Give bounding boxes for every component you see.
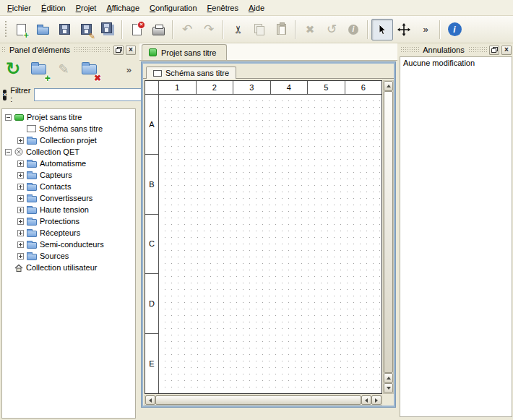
clear-filter-button[interactable]: ×	[3, 90, 7, 100]
tree-item-schema[interactable]: Schéma sans titre	[2, 123, 135, 134]
panel-overflow-button[interactable]: »	[126, 64, 135, 75]
undo-panel: Annulations × Aucune modification	[399, 43, 513, 420]
tab-project[interactable]: Projet sans titre	[142, 44, 227, 60]
paste-button[interactable]	[270, 19, 292, 40]
element-info-button[interactable]: i	[342, 19, 364, 40]
close-panel-button[interactable]: ×	[501, 46, 512, 55]
dock-grip[interactable]	[468, 46, 487, 53]
print-button[interactable]	[147, 19, 169, 40]
redo-icon: ↷	[204, 23, 214, 35]
new-project-button[interactable]: +	[10, 19, 32, 40]
expand-icon[interactable]	[17, 253, 24, 260]
delete-badge-icon: ✖	[94, 74, 101, 82]
scroll-up-button[interactable]	[384, 81, 393, 91]
menu-fenetres[interactable]: Fenêtres	[202, 1, 243, 14]
menu-edition[interactable]: Édition	[36, 1, 71, 14]
toolbar-grip[interactable]	[4, 20, 8, 38]
qet-collection-icon	[14, 147, 23, 156]
vertical-scrollbar-thumb[interactable]	[384, 91, 393, 373]
delete-element-button[interactable]: ✖	[78, 59, 100, 80]
undo-button[interactable]: ↶	[176, 19, 198, 40]
horizontal-scrollbar-thumb[interactable]	[155, 395, 361, 405]
arrow-up-icon	[387, 85, 391, 87]
edit-element-button[interactable]: ✎	[53, 59, 74, 80]
select-tool-button[interactable]	[371, 19, 393, 40]
save-all-button[interactable]	[97, 19, 118, 40]
about-button[interactable]: i	[444, 19, 465, 40]
home-icon	[14, 264, 23, 272]
tree-item-project[interactable]: Projet sans titre	[2, 111, 135, 123]
expand-icon[interactable]	[17, 137, 24, 144]
toolbar-separator	[121, 20, 123, 39]
pencil-icon: ✎	[58, 63, 69, 76]
scroll-left-button[interactable]	[145, 395, 155, 405]
tree-item-contacts[interactable]: Contacts	[2, 181, 135, 192]
save-button[interactable]	[53, 19, 75, 40]
undo-panel-titlebar[interactable]: Annulations ×	[399, 43, 513, 56]
scroll-up-button[interactable]	[384, 373, 393, 383]
diagram-canvas[interactable]: 1 2 3 4 5 6 A B C D E	[145, 80, 382, 394]
menu-aide[interactable]: Aide	[243, 1, 270, 14]
float-panel-button[interactable]	[489, 46, 499, 55]
delete-button[interactable]: ✖	[299, 19, 321, 40]
move-tool-button[interactable]	[393, 19, 415, 40]
dock-grip[interactable]	[400, 46, 419, 53]
tree-item-capteurs[interactable]: Capteurs	[2, 169, 135, 181]
expand-icon[interactable]	[17, 184, 24, 190]
cut-button[interactable]: ✂	[227, 19, 249, 40]
new-element-button[interactable]: +	[27, 59, 49, 80]
menu-fichier[interactable]: Fichier	[2, 1, 36, 14]
tree-item-sources[interactable]: Sources	[2, 250, 135, 262]
folder-icon	[27, 173, 37, 179]
menu-affichage[interactable]: Affichage	[101, 1, 145, 14]
expand-icon[interactable]	[17, 241, 24, 248]
redo-button[interactable]: ↷	[198, 19, 220, 40]
expand-icon[interactable]	[17, 207, 24, 213]
tree-item-collection-qet[interactable]: Collection QET	[2, 146, 135, 158]
close-file-button[interactable]: ×	[126, 19, 147, 40]
tree-item-collection-utilisateur[interactable]: Collection utilisateur	[2, 262, 135, 273]
rotate-button[interactable]: ↺	[321, 19, 342, 40]
dock-grip[interactable]	[74, 46, 111, 53]
arrow-left-icon	[149, 398, 152, 403]
tree-item-protections[interactable]: Protections	[2, 215, 135, 227]
tree-item-convertisseurs[interactable]: Convertisseurs	[2, 192, 135, 204]
collapse-icon[interactable]	[5, 149, 12, 155]
open-project-button[interactable]	[32, 19, 53, 40]
menu-projet[interactable]: Projet	[71, 1, 102, 14]
copy-button[interactable]	[249, 19, 270, 40]
expand-icon[interactable]	[17, 172, 24, 179]
expand-icon[interactable]	[17, 230, 24, 236]
close-panel-button[interactable]: ×	[126, 46, 136, 55]
scroll-down-button[interactable]	[384, 383, 393, 393]
save-all-icon	[101, 22, 112, 33]
ruler-column: 3	[233, 81, 271, 94]
tab-schema[interactable]: Schéma sans titre	[146, 67, 236, 79]
tree-item-collection-projet[interactable]: Collection projet	[2, 134, 135, 146]
expand-icon[interactable]	[17, 160, 24, 167]
collapse-icon[interactable]	[5, 114, 12, 121]
tree-item-recepteurs[interactable]: Récepteurs	[2, 227, 135, 239]
tree-item-semi-conducteurs[interactable]: Semi-conducteurs	[2, 239, 135, 250]
tree-item-automatisme[interactable]: Automatisme	[2, 158, 135, 169]
dot-grid-canvas[interactable]	[159, 95, 381, 393]
expand-icon[interactable]	[17, 218, 24, 225]
vertical-scrollbar[interactable]	[383, 80, 394, 394]
folder-icon	[27, 231, 37, 237]
dock-grip[interactable]	[1, 46, 6, 53]
menu-configuration[interactable]: Configuration	[145, 1, 202, 14]
undo-list-item[interactable]: Aucune modification	[401, 58, 511, 68]
scroll-left-button[interactable]	[361, 395, 371, 405]
scroll-right-button[interactable]	[371, 395, 381, 405]
reload-collections-button[interactable]: ↻	[2, 59, 24, 80]
elements-panel-titlebar[interactable]: Panel d'éléments ×	[0, 43, 137, 56]
expand-icon[interactable]	[17, 195, 24, 202]
project-tab-bar: Projet sans titre	[139, 43, 397, 61]
filter-input[interactable]	[34, 88, 142, 101]
ruler-column: 1	[159, 81, 197, 94]
tree-item-haute-tension[interactable]: Haute tension	[2, 204, 135, 215]
float-panel-button[interactable]	[113, 46, 124, 55]
horizontal-scrollbar[interactable]	[145, 395, 382, 406]
toolbar-overflow-button[interactable]: »	[415, 19, 436, 40]
save-as-button[interactable]: ✎	[75, 19, 97, 40]
